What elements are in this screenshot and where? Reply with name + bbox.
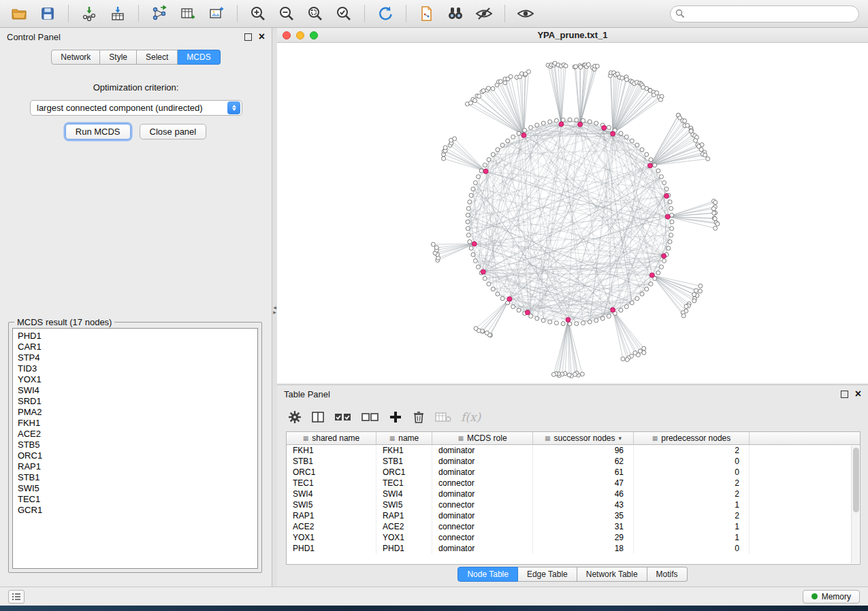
network-node[interactable]	[527, 69, 531, 73]
export-network-icon[interactable]	[415, 3, 439, 24]
refresh-view-icon[interactable]	[373, 3, 398, 24]
network-node[interactable]	[491, 287, 495, 291]
tab-mcds[interactable]: MCDS	[178, 50, 220, 65]
network-node[interactable]	[660, 175, 664, 179]
network-node[interactable]	[469, 193, 473, 197]
network-node[interactable]	[485, 331, 489, 335]
network-node[interactable]	[656, 271, 660, 275]
table-cell[interactable]: 2	[634, 489, 750, 499]
dominator-node[interactable]	[647, 163, 652, 168]
new-table-icon[interactable]	[176, 3, 200, 24]
network-node[interactable]	[694, 139, 698, 143]
table-cell[interactable]: STB1	[287, 456, 376, 467]
close-panel-action-button[interactable]: Close panel	[140, 124, 207, 139]
network-node[interactable]	[640, 148, 644, 152]
table-cell[interactable]: 2	[634, 510, 750, 521]
dominator-node[interactable]	[559, 122, 564, 127]
mcds-result-item[interactable]: STB1	[13, 472, 257, 483]
table-cell[interactable]: ACE2	[376, 521, 432, 532]
network-node[interactable]	[594, 318, 598, 323]
table-cell[interactable]: TEC1	[287, 478, 376, 489]
zoom-fit-icon[interactable]	[303, 3, 327, 24]
network-node[interactable]	[713, 200, 718, 204]
deselect-all-checkboxes-icon[interactable]	[361, 408, 379, 427]
table-cell[interactable]: PHD1	[376, 543, 432, 554]
zoom-selected-icon[interactable]	[332, 3, 356, 24]
network-node[interactable]	[496, 292, 500, 296]
mcds-result-item[interactable]: PMA2	[13, 407, 257, 418]
network-node[interactable]	[575, 118, 579, 122]
tab-network-table[interactable]: Network Table	[577, 567, 647, 582]
network-node[interactable]	[442, 156, 446, 161]
network-node[interactable]	[607, 125, 611, 129]
network-node[interactable]	[655, 90, 659, 95]
network-node[interactable]	[635, 143, 639, 147]
network-node[interactable]	[581, 321, 585, 325]
network-node[interactable]	[523, 128, 527, 132]
mcds-result-item[interactable]: SWI5	[13, 483, 257, 494]
network-node[interactable]	[645, 287, 649, 291]
table-cell[interactable]: dominator	[432, 456, 533, 467]
network-node[interactable]	[625, 357, 629, 361]
mcds-result-item[interactable]: ORC1	[13, 450, 257, 461]
add-row-icon[interactable]	[389, 408, 402, 427]
network-node[interactable]	[473, 259, 477, 263]
import-table-icon[interactable]	[106, 3, 130, 24]
network-node[interactable]	[698, 289, 702, 293]
network-node[interactable]	[713, 216, 717, 220]
table-cell[interactable]: FKH1	[376, 445, 432, 456]
network-node[interactable]	[586, 63, 590, 67]
network-node[interactable]	[471, 252, 475, 257]
tab-node-table[interactable]: Node Table	[457, 567, 518, 582]
network-node[interactable]	[698, 284, 703, 288]
network-node[interactable]	[630, 301, 634, 305]
network-node[interactable]	[686, 123, 690, 127]
network-node[interactable]	[500, 297, 504, 301]
table-cell[interactable]: ORC1	[287, 467, 376, 478]
column-header-shared-name[interactable]: ▦shared name	[287, 432, 376, 445]
network-node[interactable]	[668, 200, 672, 204]
network-node[interactable]	[669, 233, 673, 237]
table-cell[interactable]: 35	[533, 510, 634, 521]
table-cell[interactable]: TEC1	[376, 478, 432, 489]
network-node[interactable]	[579, 65, 583, 69]
network-node[interactable]	[476, 175, 480, 179]
network-node[interactable]	[692, 293, 696, 297]
network-node[interactable]	[517, 131, 521, 135]
network-node[interactable]	[491, 86, 495, 90]
table-cell[interactable]: 0	[634, 543, 750, 554]
network-node[interactable]	[541, 121, 545, 125]
dominator-node[interactable]	[507, 297, 512, 301]
table-cell[interactable]: 61	[533, 467, 634, 478]
delete-row-icon[interactable]	[412, 408, 425, 427]
network-node[interactable]	[703, 153, 707, 157]
network-node[interactable]	[588, 320, 592, 324]
network-node[interactable]	[564, 64, 568, 68]
search-input[interactable]	[670, 5, 859, 22]
network-node[interactable]	[481, 88, 485, 93]
table-cell[interactable]: dominator	[432, 467, 533, 478]
scrollbar-thumb[interactable]	[853, 448, 859, 512]
network-node[interactable]	[711, 207, 716, 211]
network-node[interactable]	[548, 120, 552, 124]
network-node[interactable]	[466, 220, 470, 224]
network-node[interactable]	[474, 327, 478, 331]
settings-gear-icon[interactable]	[288, 408, 302, 427]
column-header-MCDS-role[interactable]: ▦MCDS role	[432, 432, 533, 445]
network-node[interactable]	[466, 227, 470, 231]
network-node[interactable]	[683, 119, 687, 123]
zoom-out-icon[interactable]	[274, 3, 299, 24]
table-cell[interactable]: 47	[533, 478, 634, 489]
mcds-result-item[interactable]: STB5	[13, 440, 257, 450]
network-node[interactable]	[477, 95, 481, 99]
close-panel-button[interactable]: ×	[259, 31, 265, 42]
network-node[interactable]	[491, 152, 495, 156]
table-cell[interactable]: connector	[432, 521, 533, 532]
network-node[interactable]	[541, 318, 545, 323]
network-node[interactable]	[471, 187, 475, 191]
mcds-result-item[interactable]: PHD1	[13, 331, 257, 342]
close-table-panel-button[interactable]: ×	[855, 389, 861, 399]
memory-button[interactable]: Memory	[803, 590, 860, 604]
table-cell[interactable]: connector	[432, 499, 533, 510]
dominator-node[interactable]	[525, 310, 530, 315]
